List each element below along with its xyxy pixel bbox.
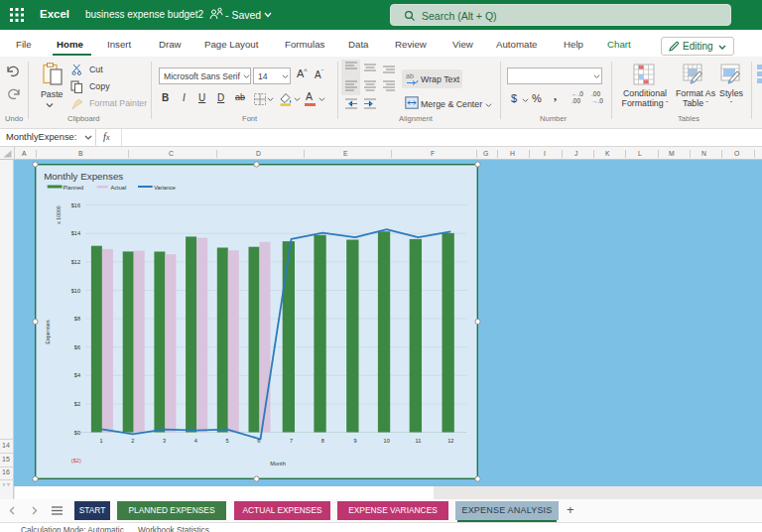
- svg-text:100: 100: [644, 80, 650, 84]
- svg-text:100: 100: [639, 66, 645, 69]
- svg-text:ab: ab: [406, 72, 414, 79]
